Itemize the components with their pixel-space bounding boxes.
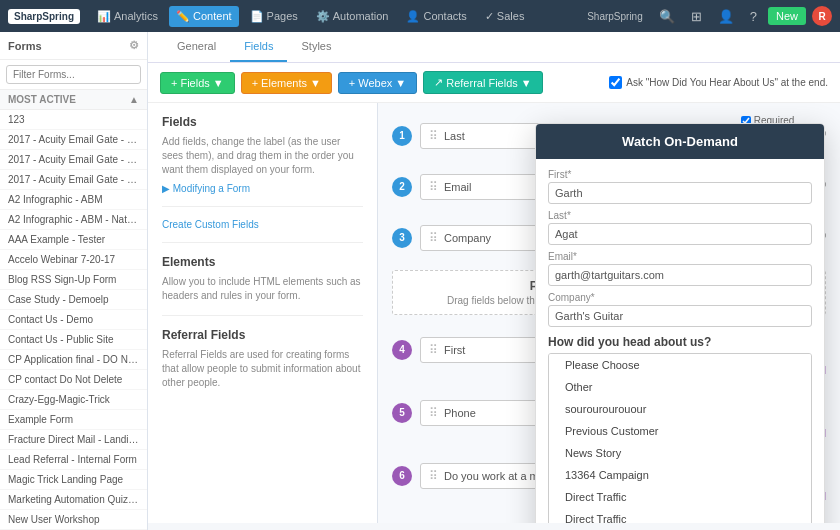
nav-sales[interactable]: ✓ Sales	[478, 6, 532, 27]
overlay-panel: Watch On-Demand First* Last* Email* Comp…	[535, 123, 825, 523]
referral-fields-button[interactable]: ↗ Referral Fields ▼	[423, 71, 542, 94]
elements-icon: +	[252, 77, 258, 89]
logo: SharpSpring	[8, 9, 80, 24]
avatar[interactable]: R	[812, 6, 832, 26]
field-label: Email	[444, 181, 472, 193]
dropdown-item[interactable]: 13364 Campaign	[549, 464, 811, 486]
webex-icon: +	[349, 77, 355, 89]
dropdown-item-label: Direct Traffic	[565, 513, 627, 523]
sidebar-item[interactable]: CP Application final - DO NOT...	[0, 350, 147, 370]
two-col-layout: Fields Add fields, change the label (as …	[148, 103, 840, 523]
dropdown-item[interactable]: Direct Traffic	[549, 486, 811, 508]
sidebar-item[interactable]: Contact Us - Demo	[0, 310, 147, 330]
overlay-field-label: Email*	[548, 251, 812, 262]
logo-text: SharpSpring	[14, 11, 74, 22]
tab-styles[interactable]: Styles	[287, 32, 345, 62]
search-icon[interactable]: 🔍	[654, 6, 680, 27]
sidebar-item[interactable]: 2017 - Acuity Email Gate - De...	[0, 130, 147, 150]
sidebar-header: Forms ⚙	[0, 32, 147, 60]
automation-icon: ⚙️	[316, 10, 330, 23]
overlay-form-field: First*	[548, 169, 812, 204]
nav-contacts[interactable]: 👤 Contacts	[399, 6, 473, 27]
nav-right-area: SharpSpring 🔍 ⊞ 👤 ? New R	[582, 6, 832, 27]
webex-dropdown-icon: ▼	[395, 77, 406, 89]
create-custom-fields-link[interactable]: Create Custom Fields	[162, 219, 363, 230]
overlay-form-field: Last*	[548, 210, 812, 245]
tab-fields[interactable]: Fields	[230, 32, 287, 62]
overlay-field-input[interactable]	[548, 182, 812, 204]
sidebar-item[interactable]: Crazy-Egg-Magic-Trick	[0, 390, 147, 410]
sidebar-settings-icon[interactable]: ⚙	[129, 39, 139, 52]
field-label: First	[444, 344, 465, 356]
dropdown-item-label: 13364 Campaign	[565, 469, 649, 481]
user-icon[interactable]: 👤	[713, 6, 739, 27]
sidebar-item[interactable]: 2017 - Acuity Email Gate - PP...	[0, 170, 147, 190]
dropdown-item[interactable]: sourourourouour	[549, 398, 811, 420]
dropdown-item[interactable]: Previous Customer	[549, 420, 811, 442]
dropdown-item[interactable]: Other	[549, 376, 811, 398]
sidebar-item[interactable]: AAA Example - Tester	[0, 230, 147, 250]
overlay-field-input[interactable]	[548, 305, 812, 327]
sidebar-item[interactable]: A2 Infographic - ABM	[0, 190, 147, 210]
modify-form-link[interactable]: ▶ Modifying a Form	[162, 183, 363, 194]
overlay-fields: First* Last* Email* Company*	[548, 169, 812, 327]
sidebar-item[interactable]: Marketing Automation Quiz E...	[0, 490, 147, 510]
sidebar-item[interactable]: Magic Trick Landing Page	[0, 470, 147, 490]
nav-brand-label: SharpSpring	[582, 8, 648, 25]
overlay-form-field: Email*	[548, 251, 812, 286]
content-icon: ✏️	[176, 10, 190, 23]
overlay-field-label: Last*	[548, 210, 812, 221]
sales-icon: ✓	[485, 10, 494, 23]
sidebar-item[interactable]: A2 Infographic - ABM - Native	[0, 210, 147, 230]
overlay-field-label: First*	[548, 169, 812, 180]
right-panel: 1 ⠿ Last Required Always Show ⓘ Autofill…	[378, 103, 840, 523]
sidebar-item[interactable]: Lead Referral - Internal Form	[0, 450, 147, 470]
sidebar-item[interactable]: Example Form	[0, 410, 147, 430]
overlay-field-input[interactable]	[548, 264, 812, 286]
search-input[interactable]	[6, 65, 141, 84]
field-label: Phone	[444, 407, 476, 419]
contacts-icon: 👤	[406, 10, 420, 23]
elements-button[interactable]: + Elements ▼	[241, 72, 332, 94]
elements-dropdown-icon: ▼	[310, 77, 321, 89]
overlay-field-input[interactable]	[548, 223, 812, 245]
dropdown-item[interactable]: Direct Traffic	[549, 508, 811, 523]
nav-analytics[interactable]: 📊 Analytics	[90, 6, 165, 27]
main-layout: Forms ⚙ MOST ACTIVE ▲ 1232017 - Acuity E…	[0, 32, 840, 530]
sidebar-item[interactable]: Fracture Direct Mail - Landing...	[0, 430, 147, 450]
ask-label: Ask "How Did You Hear About Us" at the e…	[626, 77, 828, 88]
referral-icon: ↗	[434, 76, 443, 89]
overlay-form-field: Company*	[548, 292, 812, 327]
new-button[interactable]: New	[768, 7, 806, 25]
dropdown-item[interactable]: Please Choose	[549, 354, 811, 376]
sidebar-item[interactable]: 123	[0, 110, 147, 130]
webex-button[interactable]: + Webex ▼	[338, 72, 417, 94]
tab-general[interactable]: General	[163, 32, 230, 62]
pages-icon: 📄	[250, 10, 264, 23]
fields-button[interactable]: + Fields ▼	[160, 72, 235, 94]
overlay-header: Watch On-Demand	[536, 124, 824, 159]
overlay-question: How did you head about us?	[548, 335, 812, 349]
dropdown-list: Please Choose Other sourourourouour Prev…	[548, 353, 812, 523]
collapse-icon[interactable]: ▲	[129, 94, 139, 105]
drag-icon: ⠿	[429, 180, 438, 194]
sidebar-item[interactable]: 2017 - Acuity Email Gate - De...	[0, 150, 147, 170]
sidebar-search-area	[0, 60, 147, 90]
drag-icon: ⠿	[429, 406, 438, 420]
sidebar-item[interactable]: CP contact Do Not Delete	[0, 370, 147, 390]
sidebar-item[interactable]: Contact Us - Public Site	[0, 330, 147, 350]
dropdown-item[interactable]: News Story	[549, 442, 811, 464]
left-panel: Fields Add fields, change the label (as …	[148, 103, 378, 523]
nav-pages[interactable]: 📄 Pages	[243, 6, 305, 27]
nav-automation[interactable]: ⚙️ Automation	[309, 6, 396, 27]
ask-checkbox[interactable]	[609, 76, 622, 89]
sidebar-item[interactable]: Blog RSS Sign-Up Form	[0, 270, 147, 290]
grid-icon[interactable]: ⊞	[686, 6, 707, 27]
sidebar: Forms ⚙ MOST ACTIVE ▲ 1232017 - Acuity E…	[0, 32, 148, 530]
sidebar-item[interactable]: Accelo Webinar 7-20-17	[0, 250, 147, 270]
sidebar-item[interactable]: New User Workshop	[0, 510, 147, 530]
help-icon[interactable]: ?	[745, 6, 762, 27]
analytics-icon: 📊	[97, 10, 111, 23]
nav-content[interactable]: ✏️ Content	[169, 6, 239, 27]
sidebar-item[interactable]: Case Study - Demoelp	[0, 290, 147, 310]
